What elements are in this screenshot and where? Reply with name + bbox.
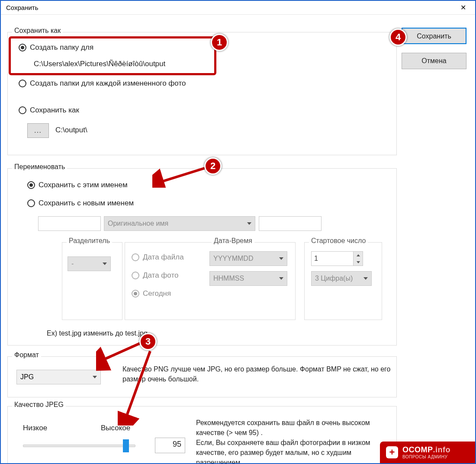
- combo-value: JPG: [20, 373, 34, 381]
- radio-icon: [27, 181, 35, 189]
- radio-date-today[interactable]: Сегодня: [132, 289, 171, 298]
- date-format-combo[interactable]: YYYYMMDD: [209, 251, 287, 266]
- chevron-down-icon: [279, 277, 283, 280]
- quality-low-label: Низкое: [23, 424, 47, 432]
- radio-icon: [27, 199, 35, 207]
- save-dialog-window: Сохранить ✕ Сохранить Отмена Сохранить к…: [0, 0, 476, 464]
- output-folder-path: C:\Users\alex\Pictures\Ñêðèíøîòû\output: [34, 60, 165, 68]
- spinner-down-icon[interactable]: [354, 259, 363, 266]
- radio-create-per-photo[interactable]: Создать папки для каждой измененного фот…: [19, 79, 186, 88]
- radio-label: Сохранить как: [30, 106, 79, 115]
- separator-combo[interactable]: -: [68, 256, 111, 271]
- suffix-input[interactable]: [259, 216, 322, 231]
- group-start-number: Стартовое число 1 3 Цифра(ы): [304, 242, 382, 320]
- start-number-value: 1: [311, 251, 354, 266]
- combo-value: Оригинальное имя: [108, 220, 168, 227]
- group-save-as-legend: Сохранить как: [12, 27, 63, 35]
- window-title: Сохранить: [6, 4, 39, 11]
- group-date-time: Дата-Время Дата файла Дата фото Сегодня …: [125, 242, 296, 320]
- titlebar: Сохранить ✕: [1, 1, 475, 15]
- group-format: Формат JPG Качество PNG лучше чем JPG, н…: [7, 356, 397, 397]
- browse-button[interactable]: …: [27, 123, 49, 138]
- close-icon[interactable]: ✕: [454, 2, 472, 14]
- group-rename: Переименовать Сохранить с этим именем Со…: [7, 168, 397, 346]
- group-save-as: Сохранить как Создать папку для C:\Users…: [7, 32, 397, 155]
- watermark-brand: OCOMP: [402, 445, 433, 454]
- watermark-text: OCOMP.info ВОПРОСЫ АДМИНУ: [402, 445, 450, 459]
- time-format-combo[interactable]: HHMMSS: [209, 271, 287, 286]
- radio-icon: [132, 272, 139, 279]
- radio-label: Создать папки для каждой измененного фот…: [30, 79, 186, 88]
- radio-date-photo[interactable]: Дата фото: [132, 271, 179, 280]
- digits-combo[interactable]: 3 Цифра(ы): [311, 271, 372, 286]
- radio-save-as-path[interactable]: Сохранить как: [19, 106, 79, 115]
- cancel-button[interactable]: Отмена: [402, 53, 466, 69]
- watermark-plus-icon: +: [386, 446, 398, 458]
- format-note: Качество PNG лучше чем JPG, но его разме…: [122, 364, 391, 384]
- radio-icon: [19, 44, 26, 51]
- watermark-tld: .info: [433, 445, 451, 454]
- chevron-down-icon: [103, 262, 107, 265]
- group-jpeg-quality: Качество JPEG Низкое Высокое 95 Рекоменд…: [7, 406, 397, 464]
- radio-date-file[interactable]: Дата файла: [132, 253, 184, 262]
- custom-output-path: C:\output\: [55, 126, 87, 134]
- group-rename-legend: Переименовать: [12, 163, 67, 171]
- quality-slider[interactable]: [23, 445, 135, 447]
- group-jpeg-quality-legend: Качество JPEG: [12, 401, 66, 409]
- chevron-down-icon: [363, 277, 368, 280]
- name-source-combo[interactable]: Оригинальное имя: [104, 216, 255, 231]
- radio-icon: [19, 106, 26, 114]
- group-separator-legend: Разделитель: [67, 237, 112, 245]
- quality-description: Рекомендуется сохранить ваш файл в очень…: [196, 418, 392, 464]
- combo-value: -: [71, 260, 74, 268]
- group-separator: Разделитель -: [62, 242, 122, 320]
- radio-create-folder[interactable]: Создать папку для: [19, 43, 93, 52]
- prefix-input[interactable]: [38, 216, 101, 231]
- watermark-sub: ВОПРОСЫ АДМИНУ: [402, 454, 450, 459]
- combo-value: HHMMSS: [213, 275, 244, 282]
- chevron-down-icon: [93, 376, 97, 378]
- radio-icon: [132, 290, 139, 298]
- combo-value: YYYYMMDD: [213, 255, 253, 262]
- client-area: Сохранить Отмена Сохранить как Создать п…: [1, 15, 475, 463]
- radio-icon: [132, 253, 139, 261]
- radio-icon: [19, 80, 26, 87]
- spinner-arrows[interactable]: [354, 251, 363, 266]
- chevron-down-icon: [247, 222, 251, 225]
- format-combo[interactable]: JPG: [16, 370, 101, 384]
- radio-keep-name[interactable]: Сохранить с этим именем: [27, 181, 128, 189]
- radio-new-name[interactable]: Сохранить с новым именем: [27, 199, 134, 208]
- chevron-down-icon: [279, 257, 283, 260]
- group-start-number-legend: Стартовое число: [309, 237, 368, 245]
- quality-value-input[interactable]: 95: [155, 438, 185, 453]
- save-button[interactable]: Сохранить: [402, 28, 466, 44]
- group-format-legend: Формат: [12, 351, 41, 359]
- quality-high-label: Высокое: [101, 424, 130, 432]
- start-number-spinner[interactable]: 1: [311, 251, 363, 266]
- radio-label: Создать папку для: [30, 43, 93, 52]
- radio-label: Сохранить с новым именем: [39, 199, 134, 208]
- rename-example-text: Ex) test.jpg изменить до test.jpg: [47, 330, 148, 337]
- radio-label: Сегодня: [143, 289, 171, 298]
- combo-value: 3 Цифра(ы): [315, 275, 353, 282]
- action-buttons: Сохранить Отмена: [402, 28, 471, 78]
- radio-label: Дата файла: [143, 253, 184, 262]
- watermark: + OCOMP.info ВОПРОСЫ АДМИНУ: [380, 442, 475, 463]
- spinner-up-icon[interactable]: [354, 252, 363, 259]
- radio-label: Сохранить с этим именем: [39, 181, 128, 189]
- quality-slider-thumb[interactable]: [123, 439, 129, 452]
- radio-label: Дата фото: [143, 271, 179, 280]
- group-date-time-legend: Дата-Время: [212, 237, 254, 245]
